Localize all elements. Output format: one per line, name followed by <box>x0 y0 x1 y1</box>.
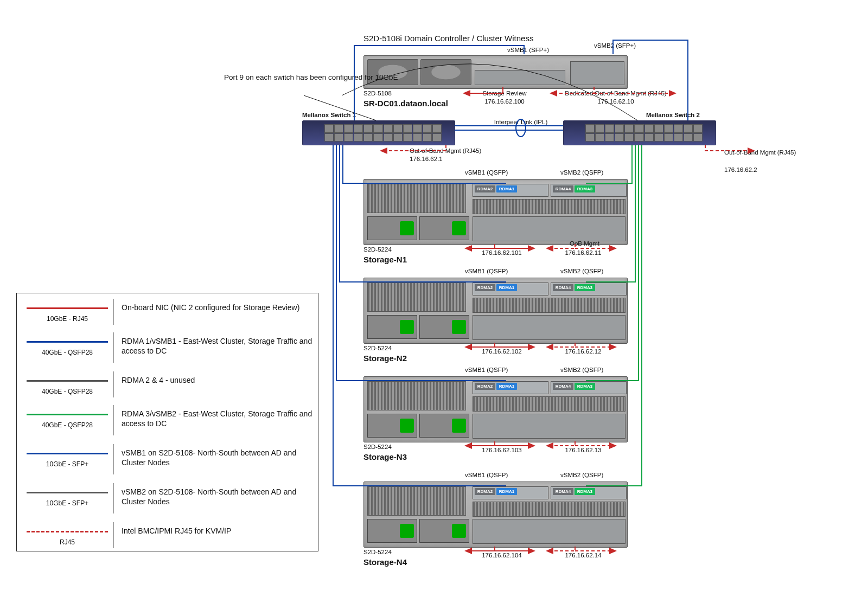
storage-n1: RDMA2 RDMA1 RDMA4 RDMA3 <box>363 179 628 245</box>
switch-2 <box>563 120 716 145</box>
switch1-oob: Out-of-Band Mgmt (RJ45) <box>410 147 481 154</box>
legend-text: Intel BMC/IPMI RJ45 for KVM/IP <box>122 526 312 536</box>
n1-vsmb1: vSMB1 (QSFP) <box>465 169 508 176</box>
storage-n4: RDMA2 RDMA1 RDMA4 RDMA3 <box>363 481 628 548</box>
rdma1: RDMA1 <box>496 284 517 291</box>
n3-ip: 176.16.62.103 <box>467 447 537 453</box>
legend-text: vSMB2 on S2D-5108- North-South between A… <box>122 487 312 506</box>
n2-name: Storage-N2 <box>363 354 407 363</box>
rdma4: RDMA4 <box>553 383 573 390</box>
rdma4: RDMA4 <box>553 284 573 291</box>
rdma3: RDMA3 <box>575 185 595 192</box>
n4-vsmb2: vSMB2 (QSFP) <box>560 472 603 478</box>
n4-ip: 176.16.62.104 <box>467 552 537 558</box>
rdma1: RDMA1 <box>496 185 517 192</box>
legend-under: 10GbE - RJ45 <box>27 315 108 323</box>
legend-text: RDMA 2 & 4 - unused <box>122 376 312 386</box>
dc-oob-label: Dedicated Out-of-Band Mgmt (RJ45) <box>553 90 678 97</box>
n2-vsmb1: vSMB1 (QSFP) <box>465 268 508 274</box>
n4-name: Storage-N4 <box>363 557 407 567</box>
legend-text: RDMA 3/vSMB2 - East-West Cluster, Storag… <box>122 409 312 428</box>
rdma2: RDMA2 <box>475 488 495 495</box>
switch1-ip: 176.16.62.1 <box>410 156 443 162</box>
rdma1: RDMA1 <box>496 383 517 390</box>
n2-model: S2D-5224 <box>363 345 392 351</box>
dc-vsmb1: vSMB1 (SFP+) <box>507 47 549 53</box>
rdma3: RDMA3 <box>575 383 595 390</box>
n1-name: Storage-N1 <box>363 255 407 264</box>
legend-under: 40GbE - QSFP28 <box>27 421 108 429</box>
switch2-oob: Out-of-Band Mgmt (RJ45) <box>724 149 789 156</box>
n3-name: Storage-N3 <box>363 452 407 461</box>
dc-vsmb2: vSMB2 (SFP+) <box>594 42 636 49</box>
switch1-name: Mellanox Switch 1 <box>302 112 356 118</box>
n1-ip: 176.16.62.101 <box>467 249 537 256</box>
rdma2: RDMA2 <box>475 185 495 192</box>
legend-text: On-board NIC (NIC 2 configured for Stora… <box>122 303 312 313</box>
rdma4: RDMA4 <box>553 185 573 192</box>
ipl-label: Interpeer Link (IPL) <box>483 119 559 125</box>
n1-ooblab: OoB Mgmt <box>570 240 599 247</box>
page-title: S2D-5108i Domain Controller / Cluster Wi… <box>363 34 533 43</box>
legend-under: RJ45 <box>27 538 108 546</box>
storage-n2: RDMA2 RDMA1 RDMA4 RDMA3 <box>363 278 628 344</box>
legend-under: 40GbE - QSFP28 <box>27 388 108 395</box>
rdma2: RDMA2 <box>475 383 495 390</box>
n3-vsmb1: vSMB1 (QSFP) <box>465 367 508 373</box>
port9-note: Port 9 on each switch has been configure… <box>224 73 343 82</box>
n3-vsmb2: vSMB2 (QSFP) <box>560 367 603 373</box>
n1-model: S2D-5224 <box>363 246 392 253</box>
n3-model: S2D-5224 <box>363 444 392 450</box>
n3-oob: 176.16.62.13 <box>548 447 618 453</box>
legend-under: 10GbE - SFP+ <box>27 460 108 468</box>
rdma4: RDMA4 <box>553 488 573 495</box>
dc-sr-ip: 176.16.62.100 <box>467 98 542 105</box>
switch-1 <box>302 120 455 145</box>
dc-sr-label: Storage Review <box>467 90 542 97</box>
rdma2: RDMA2 <box>475 284 495 291</box>
rdma3: RDMA3 <box>575 284 595 291</box>
dc-oob-ip: 176.16.62.10 <box>553 98 678 105</box>
legend: 10GbE - RJ45 On-board NIC (NIC 2 configu… <box>16 293 318 551</box>
dc-server <box>363 55 628 89</box>
dc-model: S2D-5108 <box>363 90 392 97</box>
legend-text: RDMA 1/vSMB1 - East-West Cluster, Storag… <box>122 337 312 356</box>
legend-under: 10GbE - SFP+ <box>27 499 108 507</box>
legend-text: vSMB1 on S2D-5108- North-South between A… <box>122 448 312 467</box>
switch2-name: Mellanox Switch 2 <box>613 112 700 118</box>
n4-model: S2D-5224 <box>363 549 392 555</box>
rdma3: RDMA3 <box>575 488 595 495</box>
rdma1: RDMA1 <box>496 488 517 495</box>
n2-vsmb2: vSMB2 (QSFP) <box>560 268 603 274</box>
n1-vsmb2: vSMB2 (QSFP) <box>560 169 603 176</box>
storage-n3: RDMA2 RDMA1 RDMA4 RDMA3 <box>363 376 628 442</box>
switch2-ip: 176.16.62.2 <box>724 166 757 173</box>
n2-ip: 176.16.62.102 <box>467 348 537 355</box>
n4-vsmb1: vSMB1 (QSFP) <box>465 472 508 478</box>
dc-hostname: SR-DC01.dataon.local <box>363 99 448 108</box>
n4-oob: 176.16.62.14 <box>548 552 618 558</box>
n2-oob: 176.16.62.12 <box>548 348 618 355</box>
n1-oob: 176.16.62.11 <box>548 249 618 256</box>
legend-under: 40GbE - QSFP28 <box>27 349 108 356</box>
